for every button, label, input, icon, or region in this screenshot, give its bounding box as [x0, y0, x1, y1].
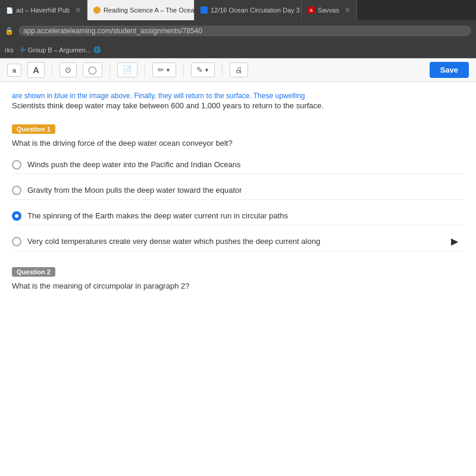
question-2-badge: Question 2 — [12, 267, 55, 277]
tab-haverhill[interactable]: 📄 ad – Haverhill Pub ✕ — [0, 0, 87, 20]
bookmark-label: Group B – Argumen... — [28, 46, 91, 54]
radio-btn-3[interactable] — [12, 211, 21, 221]
tab-haverhill-label: ad – Haverhill Pub — [16, 7, 70, 14]
tab-savvas[interactable]: S Savvas ✕ — [302, 0, 357, 20]
tab-ocean-circulation-icon — [201, 7, 208, 14]
tab-haverhill-icon: 📄 — [6, 7, 13, 14]
passage-body: Scientists think deep water may take bet… — [12, 100, 464, 112]
print-icon: 🖨 — [235, 65, 243, 74]
large-a-button[interactable]: A — [27, 62, 45, 78]
cursor-arrow: ▶ — [451, 236, 458, 247]
doc-content: are shown in blue in the image above. Fi… — [0, 82, 476, 476]
pencil-button[interactable]: ✏ ▼ — [152, 62, 176, 77]
option-text-1: Winds push the deep water into the Pacif… — [27, 159, 240, 170]
bookmark-favicon: 🌐 — [93, 46, 101, 53]
address-text[interactable]: app.acceleratelearning.com/student_assig… — [18, 26, 471, 36]
edit-button[interactable]: ✎ ▼ — [191, 62, 215, 77]
lock-icon: 🔒 — [5, 27, 14, 35]
address-bar: 🔒 app.acceleratelearning.com/student_ass… — [0, 20, 476, 42]
divider-4 — [183, 63, 184, 77]
divider-3 — [145, 63, 145, 77]
tab-savvas-close[interactable]: ✕ — [345, 6, 350, 14]
tab-haverhill-close[interactable]: ✕ — [75, 6, 81, 14]
question-2-text: What is the meaning of circumpolar in pa… — [12, 281, 464, 290]
save-label: Save — [440, 65, 458, 74]
tab-bar: 📄 ad – Haverhill Pub ✕ Reading Science A… — [0, 0, 476, 20]
tab-reading-science-label: Reading Science A – The Ocean — [104, 7, 198, 14]
divider-2 — [109, 63, 110, 77]
small-a-button[interactable]: a — [7, 64, 21, 77]
option-text-2: Gravity from the Moon pulls the deep wat… — [27, 185, 242, 196]
tab-savvas-icon: S — [308, 7, 315, 14]
tab-ocean-circulation-label: 12/16 Ocean Circulation Day 3 — [211, 7, 300, 14]
loop-button[interactable]: ⊙ — [60, 62, 77, 77]
main-wrapper: a A ⊙ ◯ 📄 ✏ ▼ ✎ ▼ 🖨 Save — [0, 58, 476, 476]
option-row-4[interactable]: Very cold temperatures create very dense… — [12, 233, 464, 251]
passage-partial-top: are shown in blue in the image above. Fi… — [12, 92, 464, 100]
book-icon: 📄 — [123, 65, 132, 74]
option-text-3: The spinning of the Earth makes the deep… — [27, 211, 288, 221]
question-1-text: What is the driving force of the deep wa… — [12, 139, 464, 148]
loop-icon: ⊙ — [65, 65, 71, 74]
tab-reading-science-icon — [93, 7, 101, 14]
radio-btn-4[interactable] — [12, 237, 21, 246]
divider-5 — [222, 63, 223, 77]
book-button[interactable]: 📄 — [117, 62, 137, 77]
bookmarks-bar: rks ✛ Group B – Argumen... 🌐 — [0, 42, 476, 58]
option-row-2[interactable]: Gravity from the Moon pulls the deep wat… — [12, 181, 464, 200]
divider-1 — [52, 63, 52, 77]
radio-btn-2[interactable] — [12, 186, 21, 195]
save-button[interactable]: Save — [430, 62, 469, 78]
tab-savvas-label: Savvas — [318, 7, 339, 14]
toolbar: a A ⊙ ◯ 📄 ✏ ▼ ✎ ▼ 🖨 Save — [0, 58, 476, 82]
option-text-4: Very cold temperatures create very dense… — [27, 236, 320, 247]
option-row-3[interactable]: The spinning of the Earth makes the deep… — [12, 207, 464, 226]
radio-btn-1[interactable] — [12, 160, 21, 170]
large-a-label: A — [33, 65, 39, 75]
speech-button[interactable]: ◯ — [83, 62, 102, 77]
print-button[interactable]: 🖨 — [230, 62, 248, 77]
edit-icon: ✎ — [196, 65, 203, 74]
question-1-badge: Question 1 — [12, 124, 55, 134]
bookmark-icon: ✛ — [20, 46, 26, 54]
tab-ocean-circulation[interactable]: 12/16 Ocean Circulation Day 3 ✕ — [195, 0, 302, 20]
edit-dropdown-icon: ▼ — [204, 67, 209, 73]
pencil-icon: ✏ — [158, 65, 164, 74]
option-row-1[interactable]: Winds push the deep water into the Pacif… — [12, 156, 464, 174]
speech-icon: ◯ — [88, 65, 97, 74]
bookmarks-label: rks — [5, 46, 14, 54]
small-a-label: a — [12, 67, 16, 74]
bookmark-group-b[interactable]: ✛ Group B – Argumen... 🌐 — [20, 46, 101, 54]
tab-reading-science[interactable]: Reading Science A – The Ocean ✕ — [87, 0, 195, 20]
pencil-dropdown-icon: ▼ — [165, 67, 171, 73]
